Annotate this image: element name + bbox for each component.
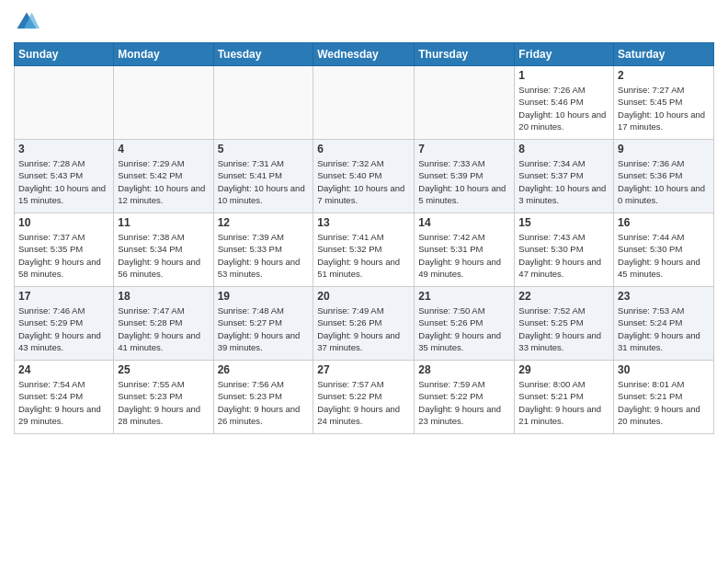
calendar-cell: 4Sunrise: 7:29 AM Sunset: 5:42 PM Daylig… [114,140,213,213]
day-info: Sunrise: 7:26 AM Sunset: 5:46 PM Dayligh… [518,84,609,132]
calendar-cell: 8Sunrise: 7:34 AM Sunset: 5:37 PM Daylig… [515,140,614,213]
calendar-week-row: 10Sunrise: 7:37 AM Sunset: 5:35 PM Dayli… [15,213,714,287]
weekday-header: Saturday [614,43,714,66]
day-number: 19 [218,290,310,303]
day-info: Sunrise: 7:56 AM Sunset: 5:23 PM Dayligh… [218,378,310,427]
logo-icon [14,9,40,35]
day-info: Sunrise: 7:38 AM Sunset: 5:34 PM Dayligh… [118,231,209,280]
calendar-cell: 16Sunrise: 7:44 AM Sunset: 5:30 PM Dayli… [614,213,714,287]
weekday-header: Wednesday [313,43,415,66]
day-info: Sunrise: 7:42 AM Sunset: 5:31 PM Dayligh… [418,231,510,280]
calendar-cell: 2Sunrise: 7:27 AM Sunset: 5:45 PM Daylig… [614,66,714,140]
page-container: SundayMondayTuesdayWednesdayThursdayFrid… [0,0,728,443]
day-number: 2 [618,69,710,82]
calendar-cell [15,66,114,140]
day-number: 30 [618,363,710,376]
calendar-cell: 25Sunrise: 7:55 AM Sunset: 5:23 PM Dayli… [114,361,213,434]
calendar-cell [313,66,415,140]
calendar-cell: 6Sunrise: 7:32 AM Sunset: 5:40 PM Daylig… [313,140,415,213]
day-info: Sunrise: 7:59 AM Sunset: 5:22 PM Dayligh… [418,378,510,427]
day-info: Sunrise: 7:34 AM Sunset: 5:37 PM Dayligh… [518,157,609,206]
calendar-cell: 26Sunrise: 7:56 AM Sunset: 5:23 PM Dayli… [213,361,313,434]
calendar-cell: 23Sunrise: 7:53 AM Sunset: 5:24 PM Dayli… [614,287,714,361]
day-info: Sunrise: 7:54 AM Sunset: 5:24 PM Dayligh… [18,378,109,427]
calendar-cell: 24Sunrise: 7:54 AM Sunset: 5:24 PM Dayli… [15,361,114,434]
calendar-cell: 19Sunrise: 7:48 AM Sunset: 5:27 PM Dayli… [213,287,313,361]
day-number: 7 [418,143,510,155]
weekday-header: Tuesday [213,43,313,66]
day-number: 11 [118,216,209,229]
day-info: Sunrise: 7:50 AM Sunset: 5:26 PM Dayligh… [418,304,510,353]
day-info: Sunrise: 7:36 AM Sunset: 5:36 PM Dayligh… [618,157,710,206]
calendar-cell: 15Sunrise: 7:43 AM Sunset: 5:30 PM Dayli… [515,213,614,287]
day-number: 24 [18,363,109,376]
calendar-cell: 11Sunrise: 7:38 AM Sunset: 5:34 PM Dayli… [114,213,213,287]
day-info: Sunrise: 7:31 AM Sunset: 5:41 PM Dayligh… [218,157,310,206]
calendar-cell: 13Sunrise: 7:41 AM Sunset: 5:32 PM Dayli… [313,213,415,287]
day-info: Sunrise: 7:27 AM Sunset: 5:45 PM Dayligh… [618,84,710,132]
day-number: 10 [18,216,109,229]
day-number: 18 [118,290,209,303]
calendar-cell: 12Sunrise: 7:39 AM Sunset: 5:33 PM Dayli… [213,213,313,287]
day-info: Sunrise: 7:53 AM Sunset: 5:24 PM Dayligh… [618,304,710,353]
calendar-cell: 29Sunrise: 8:00 AM Sunset: 5:21 PM Dayli… [515,361,614,434]
calendar-cell: 17Sunrise: 7:46 AM Sunset: 5:29 PM Dayli… [15,287,114,361]
day-info: Sunrise: 7:55 AM Sunset: 5:23 PM Dayligh… [118,378,209,427]
calendar-cell: 5Sunrise: 7:31 AM Sunset: 5:41 PM Daylig… [213,140,313,213]
day-number: 27 [317,363,410,376]
day-info: Sunrise: 7:47 AM Sunset: 5:28 PM Dayligh… [118,304,209,353]
day-number: 9 [618,143,710,155]
weekday-header: Sunday [15,43,114,66]
calendar-cell [114,66,213,140]
day-info: Sunrise: 7:49 AM Sunset: 5:26 PM Dayligh… [317,304,410,353]
calendar-week-row: 3Sunrise: 7:28 AM Sunset: 5:43 PM Daylig… [15,140,714,213]
calendar-cell [415,66,515,140]
day-number: 5 [218,143,310,155]
day-info: Sunrise: 8:00 AM Sunset: 5:21 PM Dayligh… [518,378,609,427]
calendar-cell: 9Sunrise: 7:36 AM Sunset: 5:36 PM Daylig… [614,140,714,213]
calendar-cell: 18Sunrise: 7:47 AM Sunset: 5:28 PM Dayli… [114,287,213,361]
day-number: 12 [218,216,310,229]
calendar-cell: 10Sunrise: 7:37 AM Sunset: 5:35 PM Dayli… [15,213,114,287]
day-number: 8 [518,143,609,155]
day-number: 14 [418,216,510,229]
day-number: 22 [518,290,609,303]
calendar-cell: 27Sunrise: 7:57 AM Sunset: 5:22 PM Dayli… [313,361,415,434]
calendar-cell: 14Sunrise: 7:42 AM Sunset: 5:31 PM Dayli… [415,213,515,287]
day-info: Sunrise: 7:29 AM Sunset: 5:42 PM Dayligh… [118,157,209,206]
day-number: 13 [317,216,410,229]
day-number: 28 [418,363,510,376]
calendar-cell: 7Sunrise: 7:33 AM Sunset: 5:39 PM Daylig… [415,140,515,213]
calendar-table: SundayMondayTuesdayWednesdayThursdayFrid… [14,42,714,434]
calendar-cell: 20Sunrise: 7:49 AM Sunset: 5:26 PM Dayli… [313,287,415,361]
calendar-cell: 30Sunrise: 8:01 AM Sunset: 5:21 PM Dayli… [614,361,714,434]
day-info: Sunrise: 8:01 AM Sunset: 5:21 PM Dayligh… [618,378,710,427]
header [14,9,714,35]
weekday-header-row: SundayMondayTuesdayWednesdayThursdayFrid… [15,43,714,66]
weekday-header: Friday [515,43,614,66]
day-number: 6 [317,143,410,155]
day-info: Sunrise: 7:43 AM Sunset: 5:30 PM Dayligh… [518,231,609,280]
day-number: 29 [518,363,609,376]
logo [14,9,41,35]
day-number: 4 [118,143,209,155]
day-info: Sunrise: 7:32 AM Sunset: 5:40 PM Dayligh… [317,157,410,206]
day-number: 25 [118,363,209,376]
day-number: 17 [18,290,109,303]
calendar-cell: 28Sunrise: 7:59 AM Sunset: 5:22 PM Dayli… [415,361,515,434]
day-info: Sunrise: 7:33 AM Sunset: 5:39 PM Dayligh… [418,157,510,206]
day-info: Sunrise: 7:48 AM Sunset: 5:27 PM Dayligh… [218,304,310,353]
day-info: Sunrise: 7:28 AM Sunset: 5:43 PM Dayligh… [18,157,109,206]
calendar-cell: 1Sunrise: 7:26 AM Sunset: 5:46 PM Daylig… [515,66,614,140]
day-info: Sunrise: 7:57 AM Sunset: 5:22 PM Dayligh… [317,378,410,427]
calendar-week-row: 17Sunrise: 7:46 AM Sunset: 5:29 PM Dayli… [15,287,714,361]
day-number: 23 [618,290,710,303]
day-info: Sunrise: 7:39 AM Sunset: 5:33 PM Dayligh… [218,231,310,280]
day-info: Sunrise: 7:37 AM Sunset: 5:35 PM Dayligh… [18,231,109,280]
day-number: 26 [218,363,310,376]
day-number: 20 [317,290,410,303]
calendar-cell [213,66,313,140]
weekday-header: Monday [114,43,213,66]
calendar-cell: 3Sunrise: 7:28 AM Sunset: 5:43 PM Daylig… [15,140,114,213]
day-number: 15 [518,216,609,229]
